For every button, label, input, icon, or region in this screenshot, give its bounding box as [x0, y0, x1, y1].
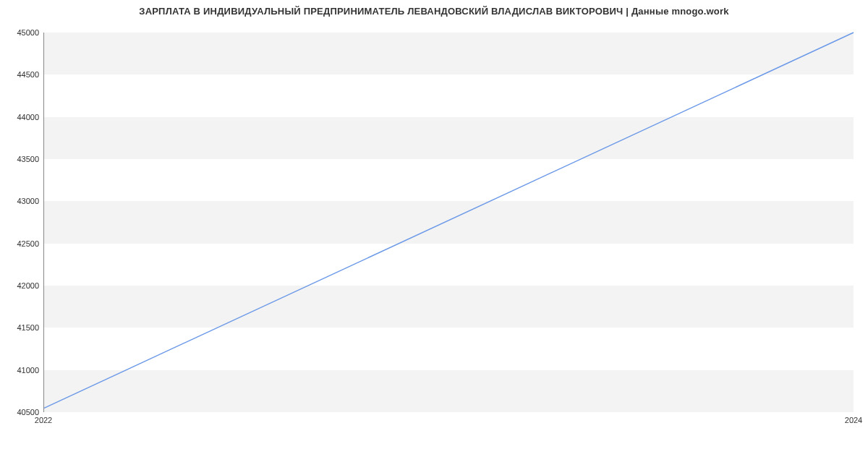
y-tick-label: 42500: [3, 239, 39, 248]
chart-title: ЗАРПЛАТА В ИНДИВИДУАЛЬНЫЙ ПРЕДПРИНИМАТЕЛ…: [0, 6, 868, 17]
data-line: [44, 33, 854, 408]
y-tick-label: 41500: [3, 323, 39, 332]
y-tick-label: 44500: [3, 70, 39, 79]
y-tick-label: 43000: [3, 197, 39, 205]
y-tick-label: 41000: [3, 366, 39, 375]
x-tick-label: 2022: [35, 416, 52, 424]
y-tick-label: 44000: [3, 113, 39, 121]
line-series: [44, 33, 854, 411]
plot-area: [43, 33, 854, 412]
y-tick-label: 45000: [3, 28, 39, 37]
y-tick-label: 43500: [3, 155, 39, 163]
chart-container: ЗАРПЛАТА В ИНДИВИДУАЛЬНЫЙ ПРЕДПРИНИМАТЕЛ…: [0, 0, 868, 470]
x-tick-label: 2024: [845, 416, 862, 424]
y-tick-label: 40500: [3, 408, 39, 416]
y-tick-label: 42000: [3, 281, 39, 290]
